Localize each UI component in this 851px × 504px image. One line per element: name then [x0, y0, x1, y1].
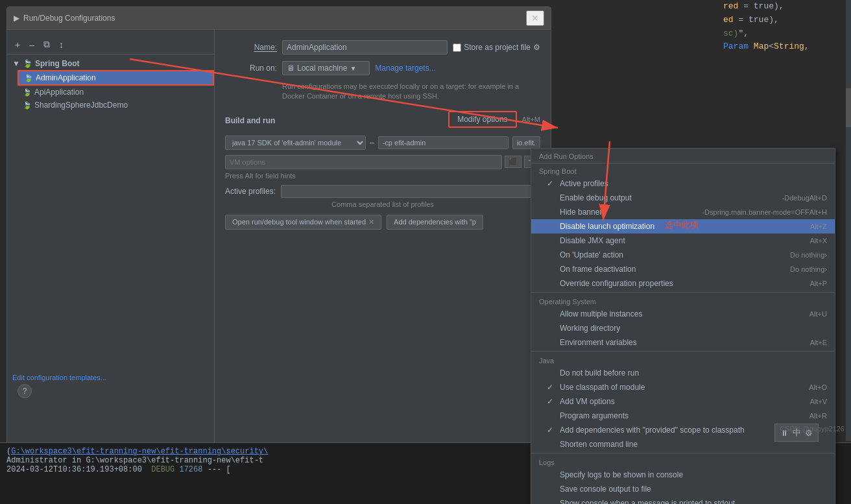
modify-options-button[interactable]: Modify options	[448, 111, 516, 128]
vm-expand-button[interactable]: ⬛	[505, 156, 521, 168]
store-label: Store as project file	[464, 43, 531, 52]
tree-item-api[interactable]: 🍃 ApiApplication	[18, 86, 214, 99]
store-project-file-checkbox[interactable]	[453, 43, 461, 52]
store-checkbox-row: Store as project file ⚙	[453, 43, 540, 52]
dropdown-section-logs: Logs	[531, 455, 835, 468]
dropdown-item-working-dir[interactable]: Working directory	[531, 321, 835, 335]
dropdown-section-os: Operating System	[531, 294, 835, 307]
shortcut-program-args: Alt+R	[809, 412, 827, 420]
item-label-disable-jmx: Disable JMX agent	[560, 236, 809, 245]
spring-icon-admin: 🍃	[24, 74, 33, 82]
dropdown-item-program-args[interactable]: Program arguments Alt+R	[531, 409, 835, 423]
dropdown-item-hide-banner[interactable]: Hide banner -Dspring.main.banner-mode=OF…	[531, 205, 835, 219]
item-label-classpath-module: Use classpath of module	[560, 383, 809, 392]
profiles-hint: Comma separated list of profiles	[225, 200, 540, 208]
check-add-vm: ✓	[547, 397, 556, 406]
shortcut-classpath-module: Alt+O	[809, 383, 827, 391]
add-config-button[interactable]: +	[12, 38, 23, 51]
dialog-title: ▶ Run/Debug Configurations	[14, 14, 115, 23]
tree-item-admin[interactable]: 🍃 AdminApplication	[18, 70, 214, 86]
dropdown-menu: Add Run Options Spring Boot ✓ Active pro…	[531, 148, 835, 504]
tag-close-icon[interactable]: ✕	[368, 218, 374, 226]
dialog-icon: ▶	[14, 14, 19, 23]
item-label-enable-debug: Enable debug output	[560, 193, 778, 202]
java-sdk-select[interactable]: java 17 SDK of 'efit-admin' module	[225, 136, 366, 150]
sub-on-frame: Do nothing	[790, 265, 824, 273]
sub-hide-banner: -Dspring.main.banner-mode=OFF	[702, 208, 809, 216]
run-on-value: Local machine	[297, 64, 347, 73]
run-on-select[interactable]: 🖥 Local machine ▼	[282, 61, 370, 75]
dropdown-item-on-update[interactable]: On 'Update' action Do nothing ›	[531, 248, 835, 262]
tree-item-sharding[interactable]: 🍃 ShardingSphereJdbcDemo	[18, 99, 214, 112]
arrow-on-update: ›	[824, 251, 827, 259]
shortcut-hide-banner: Alt+H	[809, 208, 827, 216]
dropdown-item-active-profiles[interactable]: ✓ Active profiles	[531, 176, 835, 191]
check-classpath-module: ✓	[547, 383, 556, 392]
dialog-body: + – ⧉ ↕ ▼ 🍃 Spring Boot 🍃 AdminApplicati…	[7, 30, 551, 447]
copy-config-button[interactable]: ⧉	[41, 38, 53, 51]
check-active-profiles: ✓	[547, 179, 556, 188]
item-label-no-build: Do not build before run	[560, 368, 827, 378]
dropdown-item-multiple-instances[interactable]: Allow multiple instances Alt+U	[531, 307, 835, 321]
profiles-input[interactable]	[281, 185, 540, 198]
config-panel: Name: Store as project file ⚙ Run on: 🖥 …	[215, 30, 551, 447]
remove-config-button[interactable]: –	[27, 38, 37, 51]
tree-item-label-api: ApiApplication	[34, 88, 84, 97]
divider-2	[531, 351, 835, 352]
dropdown-item-classpath-module[interactable]: ✓ Use classpath of module Alt+O	[531, 380, 835, 394]
shortcut-multiple-instances: Alt+U	[809, 310, 827, 318]
open-tool-window-button[interactable]: Open run/debug tool window when started …	[225, 215, 381, 230]
tree-expand-icon: ▼	[12, 59, 20, 68]
name-label: Name:	[225, 43, 277, 52]
name-row: Name: Store as project file ⚙	[225, 40, 540, 54]
add-dependencies-button[interactable]: Add dependencies with "p	[387, 215, 483, 230]
dropdown-item-show-stdout[interactable]: Show console when a message is printed t…	[531, 496, 835, 504]
vm-options-row: ⬛ ⌥	[225, 155, 540, 169]
item-label-specify-logs: Specify logs to be shown in console	[560, 470, 827, 479]
build-run-header: Build and run Modify options Alt+M	[225, 108, 540, 130]
dropdown-item-no-build[interactable]: Do not build before run	[531, 366, 835, 380]
code-line-2: ed = true),	[691, 14, 851, 27]
item-label-save-console: Save console output to file	[560, 485, 827, 494]
dropdown-item-disable-jmx[interactable]: Disable JMX agent Alt+X	[531, 234, 835, 248]
manage-targets-link[interactable]: Manage targets...	[375, 64, 435, 73]
sort-config-button[interactable]: ↕	[56, 38, 66, 51]
spring-icon-api: 🍃	[23, 88, 32, 97]
dialog-close-button[interactable]: ✕	[526, 10, 544, 26]
shortcut-disable-jmx: Alt+X	[809, 237, 827, 245]
add-dep-label: Add dependencies with "p	[394, 218, 476, 226]
code-line-6: Param Map<String,	[691, 40, 851, 54]
item-label-program-args: Program arguments	[560, 411, 809, 420]
dropdown-item-on-frame[interactable]: On frame deactivation Do nothing ›	[531, 262, 835, 276]
dropdown-item-enable-debug[interactable]: Enable debug output -Ddebug Alt+D	[531, 191, 835, 205]
dropdown-section-spring-boot: Spring Boot	[531, 163, 835, 176]
divider-1	[531, 292, 835, 293]
dropdown-item-env-vars[interactable]: Environment variables Alt+E	[531, 335, 835, 350]
dropdown-item-override-config[interactable]: Override configuration properties Alt+P	[531, 276, 835, 291]
tree-item-label-sharding: ShardingSphereJdbcDemo	[34, 101, 128, 110]
run-on-label: Run on:	[225, 64, 277, 73]
dropdown-item-specify-logs[interactable]: Specify logs to be shown in console	[531, 468, 835, 482]
code-scrollbar[interactable]	[846, 0, 851, 441]
check-add-deps: ✓	[547, 426, 556, 435]
code-line-1: red = true),	[691, 0, 851, 14]
help-button[interactable]: ?	[18, 384, 32, 398]
buttons-row: Open run/debug tool window when started …	[225, 215, 540, 230]
code-scrollbar-thumb	[846, 88, 851, 127]
dropdown-item-add-vm[interactable]: ✓ Add VM options Alt+V	[531, 394, 835, 409]
console-link-1[interactable]: G:\workspace3\efit-tranning-new\efit-tra…	[11, 447, 268, 456]
name-input[interactable]	[282, 40, 448, 54]
item-label-on-frame: On frame deactivation	[560, 265, 786, 274]
pid-num: 17268	[179, 465, 202, 474]
edit-templates-link[interactable]: Edit configuration templates...	[12, 374, 106, 381]
vm-options-input[interactable]	[225, 155, 502, 169]
tree-spring-icon: 🍃	[23, 59, 32, 68]
dropdown-item-save-console[interactable]: Save console output to file	[531, 482, 835, 496]
shortcut-add-vm: Alt+V	[809, 398, 827, 405]
classpath-input[interactable]	[378, 136, 509, 149]
tree-item-label-admin: AdminApplication	[36, 73, 96, 82]
item-label-show-stdout: Show console when a message is printed t…	[560, 499, 827, 504]
run-debug-dialog: ▶ Run/Debug Configurations ✕ + – ⧉ ↕ ▼ 🍃…	[6, 6, 551, 448]
shortcut-env-vars: Alt+E	[809, 339, 827, 346]
press-alt-hint: Press Alt for field hints	[225, 172, 540, 180]
